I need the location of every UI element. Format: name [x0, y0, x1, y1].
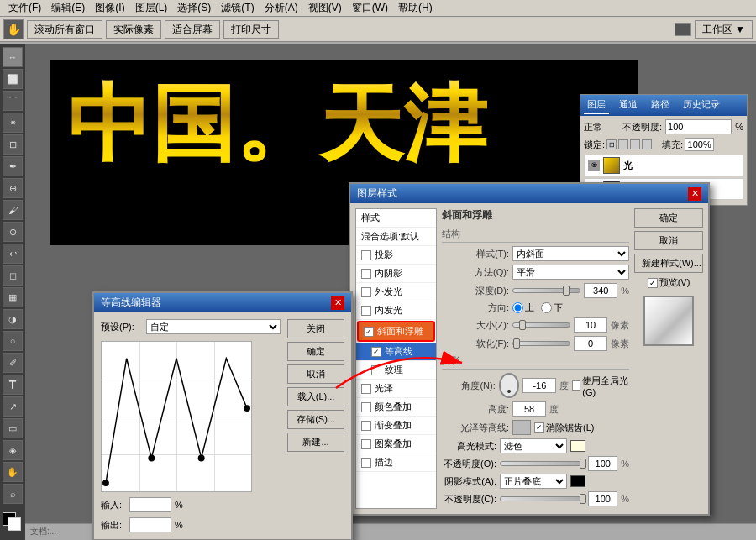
lock-all-icon[interactable] — [642, 139, 652, 149]
gradient-tool[interactable]: ▦ — [3, 287, 23, 307]
menu-analyze[interactable]: 分析(A) — [260, 1, 303, 15]
output-value[interactable] — [129, 517, 171, 532]
curve-point-1[interactable] — [102, 480, 109, 486]
size-slider[interactable] — [512, 322, 570, 328]
tab-layers[interactable]: 图层 — [584, 97, 609, 114]
stamp-tool[interactable]: ⊙ — [3, 222, 23, 242]
dodge-tool[interactable]: ○ — [3, 331, 23, 351]
menu-help[interactable]: 帮助(H) — [393, 1, 438, 15]
contour-graph[interactable] — [101, 341, 252, 492]
brush-tool[interactable]: 🖌 — [3, 200, 23, 220]
style-item-outer-glow[interactable]: 外发光 — [356, 283, 436, 301]
style-item-style[interactable]: 样式 — [356, 209, 436, 228]
gloss-contour-thumb[interactable] — [512, 420, 531, 435]
blur-tool[interactable]: ◑ — [3, 309, 23, 329]
texture-checkbox[interactable] — [371, 365, 381, 375]
scroll-all-windows-btn[interactable]: 滚动所有窗口 — [27, 20, 102, 39]
style-item-inner-glow[interactable]: 内发光 — [356, 301, 436, 320]
direction-down-input[interactable] — [541, 302, 552, 313]
cancel-button[interactable]: 取消 — [634, 231, 703, 250]
outer-glow-checkbox[interactable] — [361, 287, 371, 297]
contour-checkbox[interactable] — [371, 347, 381, 357]
highlight-opacity-input[interactable] — [588, 456, 617, 471]
style-item-inner-shadow[interactable]: 内阴影 — [356, 265, 436, 283]
style-item-texture[interactable]: 纹理 — [356, 361, 436, 380]
inner-glow-checkbox[interactable] — [361, 306, 371, 316]
menu-image[interactable]: 图像(I) — [90, 1, 129, 15]
input-value[interactable] — [129, 497, 171, 512]
pen-tool[interactable]: ✐ — [3, 353, 23, 373]
contour-save-btn[interactable]: 存储(S)... — [287, 410, 344, 429]
soften-slider[interactable] — [512, 341, 570, 346]
fill-input[interactable] — [685, 138, 714, 151]
style-select[interactable]: 内斜面 — [512, 246, 629, 261]
preset-select[interactable]: 自定 — [146, 319, 281, 334]
angle-picker[interactable] — [499, 373, 520, 398]
shadow-color-swatch[interactable] — [570, 475, 585, 487]
style-item-contour[interactable]: 等高线 — [356, 343, 436, 361]
curve-point-2[interactable] — [148, 454, 155, 461]
foreground-color[interactable] — [3, 512, 23, 532]
style-item-blending[interactable]: 混合选项:默认 — [356, 228, 436, 246]
menu-view[interactable]: 视图(V) — [303, 1, 347, 15]
stroke-checkbox[interactable] — [361, 458, 371, 468]
tab-channels[interactable]: 通道 — [616, 97, 641, 114]
path-select-tool[interactable]: ↗ — [3, 396, 23, 417]
preview-checkbox[interactable] — [648, 278, 658, 288]
shadow-mode-select[interactable]: 正片叠底 — [500, 474, 567, 489]
shadow-opacity-input[interactable] — [588, 491, 617, 506]
workspace-btn[interactable]: 工作区 ▼ — [695, 20, 753, 39]
depth-slider[interactable] — [512, 288, 580, 293]
ok-button[interactable]: 确定 — [634, 208, 703, 228]
hand-tool-icon[interactable]: ✋ — [3, 19, 24, 39]
direction-up-radio[interactable]: 上 — [512, 301, 534, 314]
tab-paths[interactable]: 路径 — [648, 97, 673, 114]
history-brush-tool[interactable]: ↩ — [3, 244, 23, 264]
menu-file[interactable]: 文件(F) — [3, 1, 46, 15]
direction-up-input[interactable] — [512, 302, 523, 313]
eye-icon-light[interactable]: 👁 — [588, 160, 600, 171]
anti-alias-label[interactable]: 消除锯齿(L) — [534, 422, 594, 434]
drop-shadow-checkbox[interactable] — [361, 250, 371, 260]
bevel-checkbox[interactable] — [364, 327, 374, 337]
contour-cancel-btn[interactable]: 取消 — [287, 364, 344, 384]
pattern-overlay-checkbox[interactable] — [361, 439, 371, 449]
direction-down-radio[interactable]: 下 — [541, 301, 563, 314]
soften-input[interactable] — [574, 336, 607, 351]
anti-alias-checkbox[interactable] — [534, 422, 544, 433]
lock-transparent-icon[interactable]: ⊡ — [606, 139, 617, 149]
actual-pixels-btn[interactable]: 实际像素 — [106, 20, 161, 39]
contour-new-btn[interactable]: 新建... — [287, 433, 344, 452]
menu-window[interactable]: 窗口(W) — [347, 1, 393, 15]
opacity-input[interactable] — [665, 119, 732, 134]
new-style-button[interactable]: 新建样式(W)... — [634, 254, 703, 273]
style-item-satin[interactable]: 光泽 — [356, 380, 436, 398]
healing-tool[interactable]: ⊕ — [3, 178, 23, 198]
size-input[interactable] — [574, 317, 607, 333]
layer-style-close-btn[interactable]: ✕ — [688, 187, 701, 201]
highlight-color-swatch[interactable] — [570, 440, 585, 452]
curve-point-3[interactable] — [198, 454, 205, 461]
global-light-checkbox-label[interactable]: 使用全局光(G) — [572, 375, 629, 397]
style-item-bevel[interactable]: 斜面和浮雕 — [357, 321, 435, 342]
color-overlay-checkbox[interactable] — [361, 402, 371, 412]
zoom-tool[interactable]: ⌕ — [3, 484, 23, 504]
contour-close-btn[interactable]: 关闭 — [287, 319, 344, 338]
menu-filter[interactable]: 滤镜(T) — [216, 1, 259, 15]
style-item-drop-shadow[interactable]: 投影 — [356, 246, 436, 265]
curve-point-4[interactable] — [244, 405, 250, 412]
eraser-tool[interactable]: ◻ — [3, 265, 23, 286]
3d-tool[interactable]: ◈ — [3, 440, 23, 460]
highlight-opacity-slider[interactable] — [500, 461, 585, 466]
shape-tool[interactable]: ▭ — [3, 418, 23, 438]
method-select[interactable]: 平滑 — [512, 265, 629, 280]
menu-edit[interactable]: 编辑(E) — [46, 1, 90, 15]
highlight-mode-select[interactable]: 滤色 — [500, 438, 567, 453]
lasso-tool[interactable]: ⌒ — [3, 91, 23, 111]
altitude-input[interactable] — [512, 401, 546, 417]
shadow-opacity-slider[interactable] — [500, 496, 585, 501]
move-tool[interactable]: ↔ — [3, 47, 23, 67]
text-tool[interactable]: T — [3, 375, 23, 395]
fit-screen-btn[interactable]: 适合屏幕 — [165, 20, 220, 39]
depth-input[interactable] — [584, 283, 617, 298]
